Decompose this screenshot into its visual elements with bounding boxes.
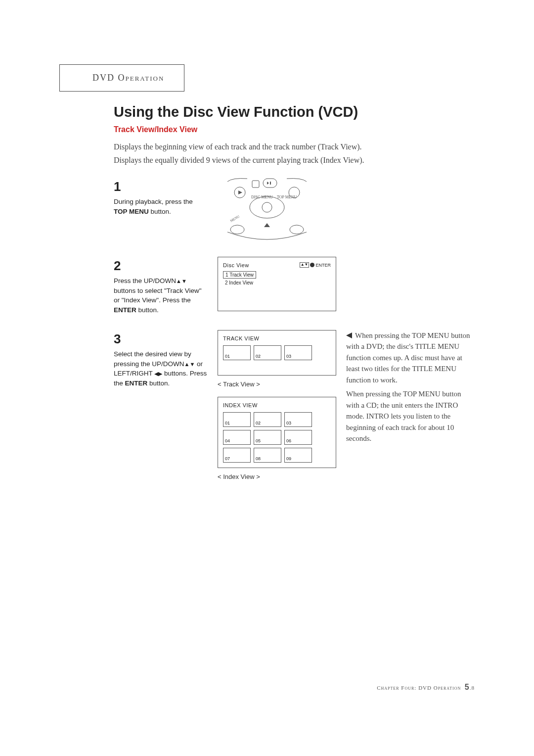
- index-thumb: 05: [254, 430, 281, 445]
- track-thumb: 03: [284, 345, 312, 360]
- osd-title: Disc View: [223, 262, 249, 268]
- footer-page-major: 5: [465, 683, 470, 691]
- page-heading: Using the Disc View Function (VCD): [114, 104, 475, 120]
- footer-chapter: Chapter Four: DVD Operation: [377, 685, 461, 691]
- side-note-p2: When pressing the TOP MENU button with a…: [346, 388, 475, 444]
- osd-track-view: TRACK VIEW 01 02 03: [218, 330, 336, 376]
- index-thumb: 04: [223, 430, 251, 445]
- svg-rect-3: [270, 182, 271, 185]
- track-thumb: 02: [254, 345, 281, 360]
- svg-marker-5: [238, 190, 242, 194]
- step-3-bold: ENTER: [125, 379, 148, 387]
- footer-page-minor: .8: [470, 685, 475, 691]
- step-2-number: 2: [114, 257, 208, 276]
- step-3-text-d: button.: [147, 379, 170, 387]
- svg-marker-10: [264, 223, 270, 227]
- step-1-bold: TOP MENU: [114, 208, 149, 215]
- osd-disc-view: Disc View ▲▼ ENTER 1 Track View 2 Index …: [218, 257, 336, 311]
- intro-text: Displays the beginning view of each trac…: [114, 141, 475, 167]
- step-2-text-a: Press the UP/DOWN: [114, 277, 176, 284]
- remote-illustration: DISC MENU TOP MENU MENU: [218, 178, 316, 242]
- step-3: 3 Select the desired view by pressing th…: [114, 330, 475, 480]
- osd-index-view: INDEX VIEW 01 02 03 04 05 06 07 08 09: [218, 397, 336, 468]
- enter-knob-icon: [310, 263, 314, 267]
- remote-label-disc-menu: DISC MENU: [251, 195, 273, 199]
- osd-track-view-title: TRACK VIEW: [223, 335, 331, 341]
- page-footer: Chapter Four: DVD Operation 5.8: [377, 683, 475, 692]
- svg-point-8: [250, 196, 284, 218]
- section-tag: DVD Operation: [59, 64, 184, 92]
- svg-rect-0: [252, 181, 259, 188]
- updown-arrows-icon: ▲▼: [176, 278, 187, 284]
- remote-label-menu: MENU: [229, 214, 240, 223]
- index-thumb: 02: [254, 412, 281, 427]
- osd-item-2: 2 Index View: [223, 280, 331, 286]
- svg-point-11: [230, 225, 244, 234]
- note-arrow-icon: [346, 332, 352, 338]
- track-view-caption: < Track View >: [218, 380, 336, 388]
- step-3-text-a: Select the desired view by pressing the …: [114, 350, 191, 368]
- index-thumb: 01: [223, 412, 251, 427]
- side-note-p1: When pressing the TOP MENU button with a…: [346, 331, 470, 384]
- step-2-text-c: button.: [136, 306, 159, 314]
- svg-marker-2: [267, 182, 269, 185]
- step-2-bold: ENTER: [114, 306, 136, 314]
- step-2-text-b: buttons to select "Track View" or "Index…: [114, 287, 202, 304]
- side-note: When pressing the TOP MENU button with a…: [346, 330, 475, 447]
- step-1-text-a: During playback, press the: [114, 198, 193, 205]
- updown-arrows-icon: ▲▼: [184, 361, 195, 367]
- osd-item-1: 1 Track View: [223, 271, 256, 279]
- step-3-number: 3: [114, 330, 208, 349]
- svg-point-12: [290, 225, 304, 234]
- index-thumb: 09: [284, 448, 312, 463]
- intro-line-1: Displays the beginning view of each trac…: [114, 141, 475, 153]
- osd-arrow-box-icon: ▲▼: [300, 262, 310, 268]
- index-thumb: 03: [284, 412, 312, 427]
- osd-index-view-title: INDEX VIEW: [223, 402, 331, 408]
- step-1-text-b: button.: [149, 208, 171, 215]
- osd-enter-indicator: ▲▼ ENTER: [300, 262, 331, 268]
- index-thumb: 08: [254, 448, 281, 463]
- leftright-arrows-icon: ◀▶: [154, 371, 162, 377]
- sub-heading: Track View/Index View: [114, 125, 475, 134]
- index-thumb: 07: [223, 448, 251, 463]
- step-2: 2 Press the UP/DOWN▲▼ buttons to select …: [114, 257, 475, 315]
- intro-line-2: Displays the equally divided 9 views of …: [114, 154, 475, 167]
- svg-point-9: [262, 202, 272, 212]
- remote-label-top-menu: TOP MENU: [277, 195, 297, 199]
- step-1-number: 1: [114, 178, 208, 196]
- track-thumb: 01: [223, 345, 251, 360]
- osd-enter-label: ENTER: [315, 263, 331, 268]
- step-1: 1 During playback, press the TOP MENU bu…: [114, 178, 475, 242]
- index-thumb: 06: [284, 430, 312, 445]
- index-view-caption: < Index View >: [218, 473, 336, 480]
